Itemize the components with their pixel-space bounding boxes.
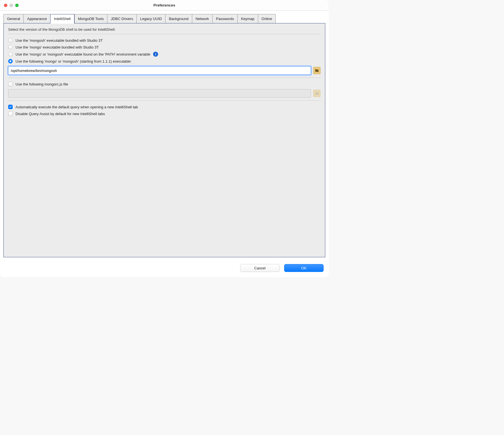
disable-assist-checkbox[interactable]	[8, 111, 13, 116]
preferences-window: Preferences General Appearance IntelliSh…	[0, 0, 329, 277]
browse-executable-button[interactable]	[313, 67, 320, 74]
tab-appearance[interactable]: Appearance	[23, 14, 50, 23]
tab-mongodb-tools[interactable]: MongoDB Tools	[74, 14, 107, 23]
tab-general[interactable]: General	[3, 14, 23, 23]
tab-keymap[interactable]: Keymap	[237, 14, 258, 23]
divider	[8, 78, 320, 78]
radio-mongo-bundled[interactable]	[8, 45, 13, 49]
info-icon[interactable]: i	[153, 52, 158, 57]
shell-option-row: Use the following 'mongo' or 'mongosh' (…	[8, 58, 320, 65]
browse-mongorc-button	[313, 90, 320, 97]
shell-option-row: Use the 'mongosh' executable bundled wit…	[8, 37, 320, 44]
close-window-button[interactable]	[4, 4, 7, 7]
divider	[8, 100, 320, 101]
tab-online[interactable]: Online	[258, 14, 276, 23]
disable-assist-label: Disable Query Assist by default for new …	[16, 112, 105, 116]
shell-option-row: Use the 'mongo' or 'mongosh' executable …	[8, 50, 320, 58]
executable-path-input[interactable]	[8, 66, 311, 75]
ok-button[interactable]: OK	[284, 264, 324, 272]
dialog-footer: Cancel OK	[0, 257, 329, 277]
minimize-window-button[interactable]	[10, 4, 13, 7]
shell-version-section-label: Select the version of the MongoDB shell …	[8, 27, 320, 32]
mongorc-path-input	[8, 89, 311, 98]
radio-path-executable[interactable]	[8, 52, 13, 56]
auto-exec-label: Automatically execute the default query …	[16, 105, 138, 109]
radio-label: Use the following 'mongo' or 'mongosh' (…	[16, 59, 132, 63]
titlebar: Preferences	[0, 0, 329, 11]
executable-path-row	[8, 66, 320, 75]
fullscreen-window-button[interactable]	[15, 4, 19, 7]
mongorc-path-row	[8, 89, 320, 98]
cancel-button[interactable]: Cancel	[240, 264, 280, 272]
window-controls	[0, 4, 19, 7]
radio-mongosh-bundled[interactable]	[8, 38, 13, 43]
mongorc-row: Use the following mongorc.js file	[8, 81, 320, 87]
radio-label: Use the 'mongo' or 'mongosh' executable …	[16, 52, 150, 56]
folder-search-icon	[315, 91, 319, 95]
divider	[8, 34, 320, 34]
folder-search-icon	[315, 69, 319, 72]
tab-intellishell[interactable]: IntelliShell	[50, 14, 74, 24]
radio-custom-executable[interactable]	[8, 59, 13, 63]
radio-label: Use the 'mongosh' executable bundled wit…	[16, 38, 103, 43]
disable-assist-row: Disable Query Assist by default for new …	[8, 110, 320, 117]
shell-option-row: Use the 'mongo' executable bundled with …	[8, 44, 320, 50]
tabbar: General Appearance IntelliShell MongoDB …	[3, 14, 325, 23]
tab-network[interactable]: Network	[192, 14, 213, 23]
auto-exec-row: Automatically execute the default query …	[8, 104, 320, 110]
mongorc-checkbox[interactable]	[8, 82, 13, 86]
tab-legacy-uuid[interactable]: Legacy UUID	[136, 14, 165, 23]
radio-label: Use the 'mongo' executable bundled with …	[16, 45, 99, 49]
tab-passwords[interactable]: Passwords	[212, 14, 237, 23]
tab-jdbc-drivers[interactable]: JDBC Drivers	[107, 14, 136, 23]
tab-panel-intellishell: Select the version of the MongoDB shell …	[3, 23, 325, 257]
window-title: Preferences	[0, 3, 329, 7]
auto-exec-checkbox[interactable]	[8, 105, 13, 109]
tab-background[interactable]: Background	[165, 14, 192, 23]
mongorc-label: Use the following mongorc.js file	[16, 82, 68, 86]
